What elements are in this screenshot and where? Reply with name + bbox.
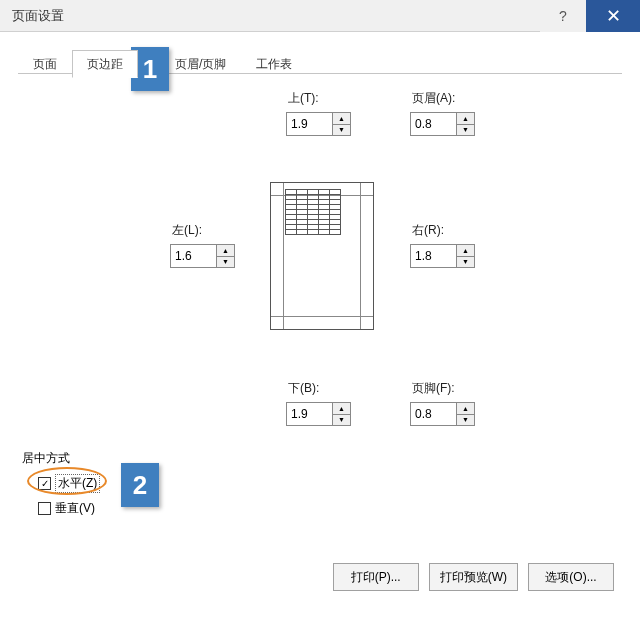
input-left-margin-field[interactable] — [170, 244, 217, 268]
spin-down-icon[interactable]: ▼ — [332, 125, 351, 137]
dialog-title: 页面设置 — [12, 7, 540, 25]
input-right-margin[interactable]: ▲ ▼ — [410, 244, 476, 268]
label-right-margin: 右(R): — [412, 222, 444, 239]
spin-up-icon[interactable]: ▲ — [456, 402, 475, 415]
tab-margins[interactable]: 页边距 — [72, 50, 138, 78]
spin-up-icon[interactable]: ▲ — [456, 112, 475, 125]
label-center-vertical: 垂直(V) — [55, 500, 95, 517]
label-left-margin: 左(L): — [172, 222, 202, 239]
close-button[interactable]: ✕ — [586, 0, 640, 32]
spin-down-icon[interactable]: ▼ — [216, 257, 235, 269]
spin-up-icon[interactable]: ▲ — [456, 244, 475, 257]
callout-2: 2 — [121, 463, 159, 507]
checkbox-center-horizontal[interactable]: ✓ — [38, 477, 51, 490]
print-button[interactable]: 打印(P)... — [333, 563, 419, 591]
titlebar: 页面设置 ? ✕ — [0, 0, 640, 32]
spin-down-icon[interactable]: ▼ — [456, 257, 475, 269]
button-row: 打印(P)... 打印预览(W) 选项(O)... — [333, 563, 614, 591]
input-footer-margin[interactable]: ▲ ▼ — [410, 402, 476, 426]
page-preview — [270, 182, 374, 330]
input-top-margin[interactable]: ▲ ▼ — [286, 112, 352, 136]
label-center-horizontal: 水平(Z) — [55, 474, 100, 493]
preview-grid-icon — [285, 189, 345, 235]
label-footer-margin: 页脚(F): — [412, 380, 455, 397]
label-header-margin: 页眉(A): — [412, 90, 455, 107]
input-left-margin[interactable]: ▲ ▼ — [170, 244, 236, 268]
print-preview-button[interactable]: 打印预览(W) — [429, 563, 518, 591]
spin-up-icon[interactable]: ▲ — [216, 244, 235, 257]
input-bottom-margin[interactable]: ▲ ▼ — [286, 402, 352, 426]
checkbox-center-vertical[interactable] — [38, 502, 51, 515]
spin-down-icon[interactable]: ▼ — [332, 415, 351, 427]
input-bottom-margin-field[interactable] — [286, 402, 333, 426]
input-right-margin-field[interactable] — [410, 244, 457, 268]
content: 上(T): ▲ ▼ 页眉(A): ▲ ▼ 左(L): ▲ ▼ 右(R): ▲ ▼… — [18, 74, 622, 599]
spin-up-icon[interactable]: ▲ — [332, 402, 351, 415]
spin-up-icon[interactable]: ▲ — [332, 112, 351, 125]
label-bottom-margin: 下(B): — [288, 380, 319, 397]
spin-down-icon[interactable]: ▼ — [456, 125, 475, 137]
input-header-margin-field[interactable] — [410, 112, 457, 136]
options-button[interactable]: 选项(O)... — [528, 563, 614, 591]
help-button[interactable]: ? — [540, 0, 586, 32]
input-footer-margin-field[interactable] — [410, 402, 457, 426]
input-header-margin[interactable]: ▲ ▼ — [410, 112, 476, 136]
input-top-margin-field[interactable] — [286, 112, 333, 136]
label-center-section: 居中方式 — [22, 450, 70, 467]
spin-down-icon[interactable]: ▼ — [456, 415, 475, 427]
label-top-margin: 上(T): — [288, 90, 319, 107]
